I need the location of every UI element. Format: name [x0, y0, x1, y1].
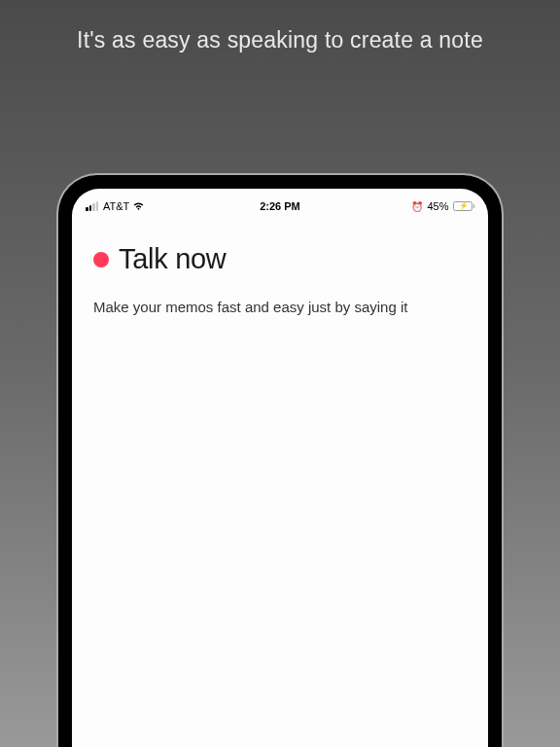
promo-headline: It's as easy as speaking to create a not… — [0, 0, 560, 53]
title-row[interactable]: Talk now — [93, 243, 467, 275]
app-content: Talk now Make your memos fast and easy j… — [72, 216, 488, 315]
memo-text: Make your memos fast and easy just by sa… — [93, 299, 467, 315]
status-left: AT&T — [86, 200, 145, 212]
device-screen: AT&T 2:26 PM ⏰ 45% ⚡ — [72, 189, 488, 747]
alarm-icon: ⏰ — [411, 201, 423, 212]
battery-percent: 45% — [427, 200, 448, 212]
record-icon[interactable] — [93, 252, 109, 267]
status-time: 2:26 PM — [260, 200, 300, 212]
carrier-label: AT&T — [103, 200, 129, 212]
battery-icon: ⚡ — [453, 201, 475, 211]
signal-icon — [86, 201, 98, 211]
wifi-icon — [132, 201, 145, 211]
status-bar: AT&T 2:26 PM ⏰ 45% ⚡ — [72, 189, 488, 216]
device-frame: AT&T 2:26 PM ⏰ 45% ⚡ — [56, 173, 504, 747]
app-title: Talk now — [119, 243, 226, 275]
status-right: ⏰ 45% ⚡ — [411, 200, 474, 212]
